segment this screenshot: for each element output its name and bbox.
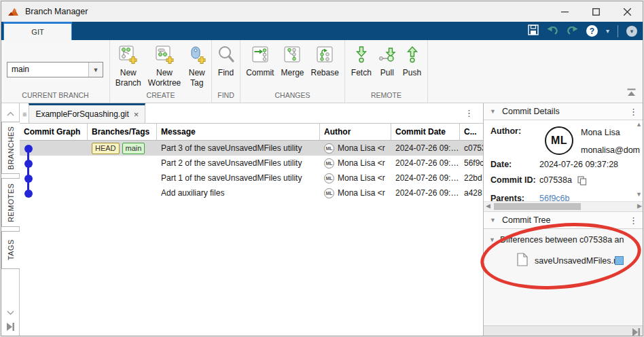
merge-label: Merge xyxy=(281,68,304,78)
help-icon[interactable]: ? xyxy=(586,25,598,37)
rebase-button[interactable]: Rebase xyxy=(307,43,342,78)
column-header-commit-id[interactable]: C... xyxy=(460,124,483,140)
parent-commit-link[interactable]: 56f9c6b xyxy=(539,194,569,201)
commit-tree-body: ▼ Differences between c07538a an saveUns… xyxy=(484,229,643,325)
new-branch-icon xyxy=(119,46,137,66)
changed-file-row[interactable]: saveUnsavedMFiles.m xyxy=(484,253,643,268)
merge-button[interactable]: Merge xyxy=(277,43,307,78)
maximize-button[interactable] xyxy=(580,1,611,22)
commit-date-cell: 2024-07-26 09:3... xyxy=(391,141,460,156)
column-header-message[interactable]: Message xyxy=(157,124,320,140)
section-current-branch: main ▼ CURRENT BRANCH xyxy=(1,40,110,103)
undo-icon[interactable] xyxy=(547,25,558,37)
minimize-button[interactable] xyxy=(549,1,580,22)
commit-id-cell: a428 xyxy=(460,185,483,200)
scrollbar-thumb[interactable] xyxy=(494,203,581,210)
table-row[interactable]: Add auxiliary files MLMona Lisa <r 2024-… xyxy=(20,185,483,200)
changed-file-name: saveUnsavedMFiles.m xyxy=(535,256,615,266)
branches-tags-cell xyxy=(88,171,157,185)
find-button[interactable]: Find xyxy=(214,43,238,78)
diff-group-row[interactable]: ▼ Differences between c07538a an xyxy=(484,235,643,245)
collapse-ribbon-icon[interactable] xyxy=(626,87,637,99)
commit-tree-title: Commit Tree xyxy=(502,215,551,225)
scroll-right-icon[interactable]: ▶ xyxy=(637,203,642,209)
new-worktree-label-1: New xyxy=(156,68,173,77)
avatar: ML xyxy=(324,143,334,154)
scroll-left-icon[interactable]: ◀ xyxy=(486,203,490,209)
tab-grip-icon[interactable]: ≡ xyxy=(22,110,26,118)
sidebar-item-branches[interactable]: BRANCHES xyxy=(1,122,20,174)
sidebar-item-remotes[interactable]: REMOTES xyxy=(1,178,20,227)
chevron-down-icon[interactable]: ▼ xyxy=(88,63,103,77)
author-email: monalisa@dom xyxy=(581,145,640,155)
commit-tree-header[interactable]: ▼ Commit Tree ⋮ xyxy=(484,212,643,229)
details-horizontal-scrollbar[interactable]: ◀ ▶ xyxy=(484,201,643,212)
sidebar-item-tags[interactable]: TAGS xyxy=(1,231,20,269)
commit-graph-cell xyxy=(20,185,88,200)
new-tag-button[interactable]: NewTag xyxy=(184,43,209,88)
window-title: Branch Manager xyxy=(25,7,88,16)
new-tag-label-1: New xyxy=(189,68,205,77)
matlab-logo-icon xyxy=(8,7,20,17)
quick-access-toolbar: ? ▾ ▾ xyxy=(528,22,637,40)
commit-tree-options-icon[interactable]: ⋮ xyxy=(629,215,638,226)
ribbon-options-icon[interactable]: ▾ xyxy=(626,26,637,37)
commit-details-options-icon[interactable]: ⋮ xyxy=(629,107,638,117)
new-tag-label-2: Tag xyxy=(190,78,203,88)
commit-graph-cell xyxy=(20,156,88,171)
column-header-branches-tags[interactable]: Branches/Tags xyxy=(88,124,157,140)
commit-node-icon xyxy=(24,190,33,198)
column-header-commit-date[interactable]: Commit Date xyxy=(391,124,460,140)
close-tab-icon[interactable]: × xyxy=(134,109,139,120)
rebase-icon xyxy=(316,46,334,66)
redo-icon[interactable] xyxy=(567,25,578,37)
table-row[interactable]: Part 2 of the saveUnsavedMFiles utility … xyxy=(20,156,483,171)
help-dropdown-icon[interactable]: ▾ xyxy=(606,27,609,35)
tab-repository[interactable]: ExampleForSquashing.git × xyxy=(29,103,145,123)
collapse-triangle-icon[interactable]: ▼ xyxy=(490,217,496,224)
commit-details-header[interactable]: ▼ Commit Details ⋮ xyxy=(484,103,643,120)
table-options-icon[interactable]: ⋮ xyxy=(465,108,473,118)
rail-expand-icon[interactable] xyxy=(6,322,15,334)
section-label-changes: CHANGES xyxy=(240,91,344,103)
scroll-down-icon[interactable]: ▼ xyxy=(636,192,642,198)
current-branch-combo[interactable]: main ▼ xyxy=(7,62,103,77)
commit-id-cell: 56f9c xyxy=(460,156,483,171)
collapse-triangle-icon[interactable]: ▼ xyxy=(490,108,496,115)
main-branch-badge: main xyxy=(122,143,145,154)
section-label-create: CREATE xyxy=(110,91,211,103)
push-icon xyxy=(404,46,421,66)
tab-git[interactable]: GIT xyxy=(3,22,72,40)
close-button[interactable] xyxy=(611,1,643,22)
column-header-author[interactable]: Author xyxy=(320,124,391,140)
message-cell: Add auxiliary files xyxy=(157,185,320,200)
panel-expand-icon[interactable] xyxy=(632,327,641,336)
table-row[interactable]: HEAD main Part 3 of the saveUnsavedMFile… xyxy=(20,141,483,156)
copy-icon[interactable] xyxy=(577,176,587,188)
rail-scroll-up-icon[interactable] xyxy=(7,107,14,119)
push-button[interactable]: Push xyxy=(399,43,425,78)
save-icon[interactable] xyxy=(528,24,539,38)
scroll-up-icon[interactable]: ▲ xyxy=(636,122,642,128)
tree-expand-icon[interactable]: ▼ xyxy=(489,236,495,243)
section-find: Find FIND xyxy=(212,40,240,103)
author-cell: MLMona Lisa <r xyxy=(320,171,391,185)
avatar: ML xyxy=(324,173,334,183)
fetch-button[interactable]: Fetch xyxy=(348,43,375,78)
rail-scroll-down-icon[interactable] xyxy=(7,306,14,318)
table-row[interactable]: Part 1 of the saveUnsavedMFiles utility … xyxy=(20,171,483,185)
new-worktree-button[interactable]: NewWorktree xyxy=(145,43,184,88)
details-vertical-scrollbar[interactable]: ▲ ▼ xyxy=(634,122,643,198)
parents-label: Parents: xyxy=(490,194,539,201)
message-cell: Part 2 of the saveUnsavedMFiles utility xyxy=(157,156,320,171)
pull-button[interactable]: Pull xyxy=(375,43,399,78)
section-remote: Fetch Pull Push REMOTE xyxy=(345,40,428,103)
author-label: Author: xyxy=(490,126,539,136)
column-header-commit-graph[interactable]: Commit Graph xyxy=(20,124,88,140)
commit-label: Commit xyxy=(246,68,274,78)
right-panel: ▼ Commit Details ⋮ Author: ML Mona Lisa … xyxy=(483,103,643,336)
commit-button[interactable]: Commit xyxy=(243,43,277,78)
branch-manager-window: Branch Manager GIT ? xyxy=(1,1,643,336)
author-cell: MLMona Lisa <r xyxy=(320,141,391,156)
new-branch-button[interactable]: NewBranch xyxy=(112,43,145,88)
